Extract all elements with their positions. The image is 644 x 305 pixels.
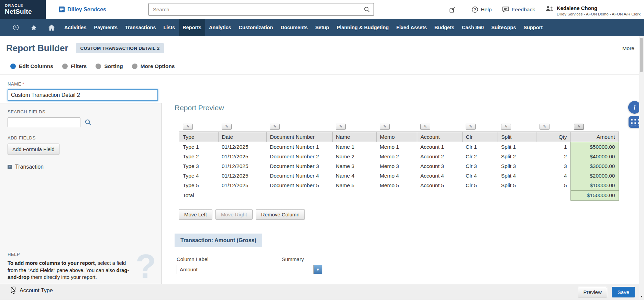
help-icon: ? <box>471 6 478 13</box>
shortcuts-star-icon[interactable] <box>25 19 43 36</box>
nav-item-transactions[interactable]: Transactions <box>121 19 159 36</box>
table-cell: Name 5 <box>332 181 376 191</box>
table-cell: Clr 2 <box>462 152 498 161</box>
total-amount: $150000.00 <box>570 191 619 201</box>
nav-item-setup[interactable]: Setup <box>311 19 333 36</box>
edit-column-type-icon[interactable]: ✎ <box>183 124 193 130</box>
nav-item-support[interactable]: Support <box>520 19 546 36</box>
remove-column-button[interactable]: Remove Column <box>256 209 305 220</box>
nav-item-reports[interactable]: Reports <box>179 19 205 36</box>
column-actions: Move Left Move Right Remove Column <box>179 209 644 220</box>
table-cell: 01/12/2025 <box>218 171 266 181</box>
tree-item-transaction[interactable]: + Transaction <box>8 164 154 170</box>
nav-item-lists[interactable]: Lists <box>159 19 179 36</box>
netsuite-report-builder: ORACLE NetSuite Dilley Services ? Help <box>0 0 644 305</box>
field-search-input[interactable] <box>8 117 80 127</box>
table-cell: $50000.00 <box>570 142 619 152</box>
table-cell: Account 3 <box>417 161 462 171</box>
help-box: ? HELP To add more columns to your repor… <box>0 248 161 284</box>
more-link[interactable]: More <box>622 45 634 52</box>
scrollbar-thumb[interactable] <box>640 38 643 72</box>
table-cell: Name 1 <box>332 142 376 152</box>
question-watermark-icon: ? <box>135 249 156 283</box>
nav-item-fixed-assets[interactable]: Fixed Assets <box>392 19 431 36</box>
table-cell: $10000.00 <box>570 181 619 191</box>
column-header-name[interactable]: Name <box>332 132 376 142</box>
chevron-down-icon[interactable]: ▼ <box>313 265 322 274</box>
global-search <box>148 3 374 16</box>
user-menu[interactable]: Kedalene Chong Dilley Services - AFON De… <box>545 3 641 16</box>
nav-item-suiteapps[interactable]: SuiteApps <box>488 19 520 36</box>
edit-column-date-icon[interactable]: ✎ <box>222 124 232 130</box>
move-right-button[interactable]: Move Right <box>215 209 253 220</box>
step-dot-icon <box>132 64 137 69</box>
global-search-input[interactable] <box>149 7 360 12</box>
nav-item-cash-360[interactable]: Cash 360 <box>458 19 488 36</box>
recent-records-icon[interactable] <box>7 19 25 36</box>
table-cell: 01/12/2025 <box>218 161 266 171</box>
summary-select[interactable]: ▼ <box>282 265 322 274</box>
column-header-clr[interactable]: Clr <box>462 132 498 142</box>
column-header-type[interactable]: Type <box>179 132 218 142</box>
table-cell: Document Number 5 <box>266 181 332 191</box>
column-header-split[interactable]: Split <box>498 132 536 142</box>
step-filters[interactable]: Filters <box>62 63 87 69</box>
preview-button[interactable]: Preview <box>578 287 607 297</box>
column-label-label: Column Label <box>177 256 282 262</box>
feedback-button[interactable]: Feedback <box>502 6 535 13</box>
edit-column-amount-icon[interactable]: ✎ <box>574 124 584 130</box>
nav-item-planning-budgeting[interactable]: Planning & Budgeting <box>333 19 392 36</box>
vertical-scrollbar[interactable]: ▼ <box>639 36 644 300</box>
company-switcher[interactable]: Dilley Services <box>59 7 106 13</box>
table-cell: Split 2 <box>498 152 536 161</box>
step-edit-columns[interactable]: Edit Columns <box>10 63 53 69</box>
nav-item-documents[interactable]: Documents <box>277 19 311 36</box>
company-icon <box>59 7 65 12</box>
feedback-label: Feedback <box>512 7 535 13</box>
edit-column-document-number-icon[interactable]: ✎ <box>270 124 280 130</box>
nav-item-activities[interactable]: Activities <box>60 19 90 36</box>
nav-item-customization[interactable]: Customization <box>235 19 277 36</box>
edit-column-memo-icon[interactable]: ✎ <box>380 124 390 130</box>
scrollbar-down-icon[interactable]: ▼ <box>639 294 644 299</box>
sidebar: NAME* SEARCH FIELDS ADD FIELDS Add Formu… <box>0 75 162 284</box>
page-header: Report Builder CUSTOM TRANSACTION DETAIL… <box>0 36 644 58</box>
table-cell: Memo 1 <box>376 142 417 152</box>
move-left-button[interactable]: Move Left <box>179 209 212 220</box>
footer-bar: Preview Save <box>0 284 644 300</box>
field-search-icon[interactable] <box>85 119 92 126</box>
step-sorting[interactable]: Sorting <box>96 63 123 69</box>
report-name-input[interactable] <box>8 89 158 101</box>
expand-plus-icon[interactable]: + <box>8 165 12 169</box>
column-header-memo[interactable]: Memo <box>376 132 417 142</box>
edit-column-account-icon[interactable]: ✎ <box>420 124 430 130</box>
nav-item-payments[interactable]: Payments <box>90 19 121 36</box>
help-button[interactable]: ? Help <box>471 6 492 13</box>
column-header-account[interactable]: Account <box>417 132 462 142</box>
nav-item-budgets[interactable]: Budgets <box>431 19 458 36</box>
column-label-input[interactable] <box>177 265 270 274</box>
edit-column-clr-icon[interactable]: ✎ <box>466 124 476 130</box>
table-cell: Clr 4 <box>462 171 498 181</box>
edit-column-qty-icon[interactable]: ✎ <box>540 124 549 130</box>
nav-item-analytics[interactable]: Analytics <box>205 19 235 36</box>
edit-column-split-icon[interactable]: ✎ <box>501 124 511 130</box>
netsuite-logo[interactable]: ORACLE NetSuite <box>0 0 46 19</box>
table-cell: Type 4 <box>179 171 218 181</box>
column-header-date[interactable]: Date <box>218 132 266 142</box>
user-role: Dilley Services - AFON Demo - AFON A/R C… <box>557 12 641 16</box>
table-cell: $20000.00 <box>570 171 619 181</box>
column-header-document-number[interactable]: Document Number <box>266 132 332 142</box>
table-row: Type 201/12/2025Document Number 2Name 2M… <box>179 152 619 161</box>
add-formula-field-button[interactable]: Add Formula Field <box>8 144 59 155</box>
column-header-qty[interactable]: Qty <box>536 132 570 142</box>
edit-column-name-icon[interactable]: ✎ <box>336 124 346 130</box>
search-icon[interactable] <box>360 3 374 15</box>
column-header-amount[interactable]: Amount <box>570 132 619 142</box>
arrow-box-icon[interactable] <box>449 6 456 13</box>
table-cell: Account 2 <box>417 152 462 161</box>
home-icon[interactable] <box>43 19 60 36</box>
save-button[interactable]: Save <box>612 287 635 297</box>
step-more-options[interactable]: More Options <box>132 63 175 69</box>
add-fields-label: ADD FIELDS <box>8 135 154 140</box>
